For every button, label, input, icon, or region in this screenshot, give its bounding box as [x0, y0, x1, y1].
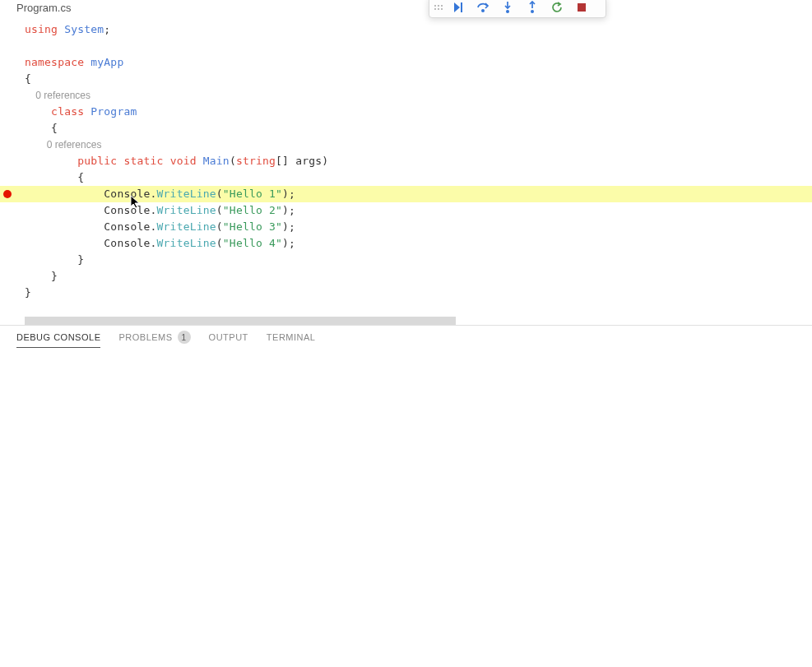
code-token: Main — [203, 155, 230, 167]
code-token: ) — [322, 155, 328, 167]
code-token: ( — [230, 155, 236, 167]
code-token: using — [25, 23, 58, 35]
code-token: ( — [216, 188, 223, 200]
code-token: string — [236, 155, 276, 167]
code-token: ); — [282, 220, 295, 233]
code-token: args — [289, 155, 322, 167]
tab-terminal[interactable]: TERMINAL — [267, 332, 316, 347]
code-token: "Hello 2" — [223, 204, 282, 216]
code-token: } — [77, 253, 84, 266]
horizontal-scrollbar[interactable] — [25, 317, 456, 325]
code-token: } — [51, 270, 58, 282]
code-token: Console — [104, 237, 150, 249]
code-token: myApp — [90, 56, 123, 68]
tab-problems[interactable]: PROBLEMS 1 — [118, 331, 190, 349]
code-token: public — [77, 155, 117, 167]
code-token: { — [25, 72, 31, 85]
svg-rect-0 — [461, 2, 462, 12]
code-token: "Hello 3" — [223, 220, 282, 233]
code-token: WriteLine — [157, 237, 216, 249]
tab-problems-label: PROBLEMS — [118, 332, 172, 342]
code-editor[interactable]: using System; namespace myApp { 0 refere… — [0, 15, 812, 301]
code-token: . — [151, 220, 157, 233]
code-token: WriteLine — [157, 188, 216, 200]
drag-handle-icon[interactable] — [433, 2, 444, 13]
code-token: "Hello 4" — [223, 237, 282, 249]
editor-area: Program.cs using System; namespace myApp… — [0, 0, 812, 325]
svg-point-2 — [506, 10, 509, 13]
step-into-icon — [501, 1, 514, 14]
code-token: . — [151, 188, 157, 200]
code-token: ( — [216, 237, 223, 249]
step-out-icon — [526, 1, 539, 14]
code-token: Program — [90, 105, 137, 118]
code-token: ); — [282, 237, 295, 249]
code-token: System — [64, 23, 104, 35]
current-execution-line: Console.WriteLine("Hello 1"); — [0, 186, 812, 202]
code-token: Console — [104, 204, 150, 216]
panel-tabs: DEBUG CONSOLE PROBLEMS 1 OUTPUT TERMINAL — [0, 326, 812, 349]
tab-output[interactable]: OUTPUT — [209, 332, 248, 347]
svg-point-1 — [481, 9, 485, 12]
code-token: void — [170, 155, 197, 167]
problems-count-badge: 1 — [178, 331, 191, 344]
code-token: ); — [282, 188, 295, 200]
code-token: Console — [104, 188, 150, 200]
tab-debug-console[interactable]: DEBUG CONSOLE — [16, 332, 100, 348]
code-token: [] — [276, 155, 289, 167]
filename-tab[interactable]: Program.cs — [0, 0, 812, 15]
code-token: class — [51, 105, 84, 118]
code-token: } — [25, 286, 31, 299]
play-icon — [452, 1, 465, 14]
svg-rect-4 — [578, 3, 586, 12]
code-token: { — [77, 171, 84, 183]
code-token: static — [123, 155, 163, 167]
code-token: ( — [216, 220, 223, 233]
code-token: WriteLine — [157, 220, 216, 233]
code-token: ; — [104, 23, 110, 35]
breakpoint-icon[interactable] — [3, 190, 12, 198]
code-token: ( — [216, 204, 223, 216]
svg-point-3 — [531, 10, 534, 13]
code-token: ); — [282, 204, 295, 216]
code-token: "Hello 1" — [223, 188, 282, 200]
code-token: WriteLine — [157, 204, 216, 216]
step-over-icon — [476, 1, 490, 14]
code-token: . — [151, 204, 157, 216]
code-token: . — [151, 237, 157, 249]
code-token: Console — [104, 220, 150, 233]
restart-icon — [550, 1, 564, 14]
code-token: { — [51, 122, 58, 134]
codelens[interactable]: 0 references — [35, 90, 90, 101]
bottom-panel: DEBUG CONSOLE PROBLEMS 1 OUTPUT TERMINAL — [0, 325, 812, 667]
stop-icon — [575, 1, 588, 14]
codelens[interactable]: 0 references — [47, 139, 102, 151]
code-token: namespace — [25, 56, 84, 68]
